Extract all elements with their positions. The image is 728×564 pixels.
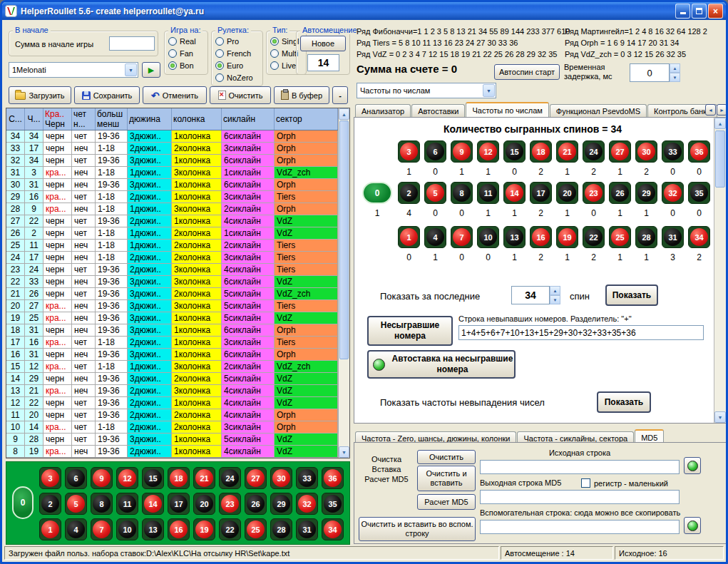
number-chip-30[interactable]: 30 bbox=[635, 140, 657, 163]
number-chip-14[interactable]: 14 bbox=[503, 182, 526, 204]
number-chip-18[interactable]: 18 bbox=[530, 140, 552, 163]
md5-clear-button[interactable]: Очистить bbox=[417, 450, 476, 464]
panel-scrollbar[interactable]: ▲ ▼ bbox=[714, 118, 726, 423]
copy-buffer-button[interactable]: В буфер bbox=[274, 86, 329, 104]
number-chip-33[interactable]: 33 bbox=[662, 140, 684, 163]
number-chip-3[interactable]: 3 bbox=[39, 467, 61, 489]
number-chip-35[interactable]: 35 bbox=[322, 493, 344, 515]
number-chip-33[interactable]: 33 bbox=[296, 467, 318, 489]
radio-fan[interactable]: Fan bbox=[168, 47, 206, 59]
number-chip-17[interactable]: 17 bbox=[168, 493, 190, 515]
table-row[interactable]: 1014кра...чет1-182дюжи..2колонка3сиклайн… bbox=[6, 421, 338, 434]
scroll-up-icon[interactable]: ▲ bbox=[339, 108, 349, 120]
scroll-down-icon[interactable]: ▼ bbox=[339, 446, 349, 458]
maximize-button[interactable] bbox=[692, 4, 707, 19]
scroll-thumb[interactable] bbox=[715, 130, 725, 188]
source-led-button[interactable] bbox=[684, 457, 701, 474]
md5-clear-paste-button[interactable]: Очистить и вставить bbox=[417, 466, 476, 491]
table-row[interactable]: 1925кра...неч19-363дюжи..1колонка5сиклай… bbox=[6, 312, 338, 324]
table-row[interactable]: 2027кра...неч19-363дюжи..3колонка5сиклай… bbox=[6, 300, 338, 312]
register-checkbox[interactable] bbox=[581, 478, 590, 488]
freq-missing-show-button[interactable]: Показать bbox=[597, 391, 651, 413]
number-chip-11[interactable]: 11 bbox=[477, 182, 499, 204]
tab-Частоты по числам[interactable]: Частоты по числам bbox=[466, 102, 548, 117]
number-chip-32[interactable]: 32 bbox=[662, 182, 684, 204]
number-chip-31[interactable]: 31 bbox=[662, 226, 684, 248]
radio-bon[interactable]: Bon bbox=[168, 59, 206, 71]
number-chip-10[interactable]: 10 bbox=[116, 518, 138, 540]
table-row[interactable]: 1716кра...чет1-182дюжи..1колонка3сиклайн… bbox=[6, 337, 338, 349]
number-chip-27[interactable]: 27 bbox=[609, 140, 631, 163]
number-chip-12[interactable]: 12 bbox=[116, 467, 138, 489]
number-chip-5[interactable]: 5 bbox=[424, 182, 446, 204]
number-chip-36[interactable]: 36 bbox=[688, 140, 710, 163]
table-row[interactable]: 1222чернчет19-362дюжи..1колонка4сиклайнV… bbox=[6, 397, 338, 409]
number-chip-0[interactable]: 0 bbox=[12, 486, 34, 519]
number-chip-35[interactable]: 35 bbox=[688, 182, 710, 204]
clear-button[interactable]: Очистить bbox=[210, 86, 271, 104]
table-row[interactable]: 3234чернчет19-363дюжи..1колонка6сиклайнO… bbox=[6, 155, 338, 167]
number-chip-17[interactable]: 17 bbox=[530, 182, 552, 204]
number-chip-22[interactable]: 22 bbox=[583, 226, 605, 248]
number-chip-31[interactable]: 31 bbox=[296, 518, 318, 540]
table-row[interactable]: 313кра...неч1-181дюжи..3колонка1сиклайнV… bbox=[6, 167, 338, 179]
number-chip-34[interactable]: 34 bbox=[688, 226, 710, 248]
scroll-thumb[interactable] bbox=[339, 121, 349, 359]
table-row[interactable]: 2916кра...чет1-182дюжи..1колонка3сиклайн… bbox=[6, 191, 338, 203]
number-chip-25[interactable]: 25 bbox=[609, 226, 631, 248]
table-row[interactable]: 1321кра...неч19-362дюжи..3колонка4сиклай… bbox=[6, 385, 338, 397]
number-chip-26[interactable]: 26 bbox=[245, 493, 267, 515]
autospin-button[interactable]: Автоспин старт bbox=[494, 64, 560, 80]
number-chip-10[interactable]: 10 bbox=[477, 226, 499, 248]
number-chip-16[interactable]: 16 bbox=[530, 226, 552, 248]
tab-Анализатор[interactable]: Анализатор bbox=[355, 104, 411, 117]
new-button[interactable]: Новое bbox=[300, 36, 346, 51]
number-chip-13[interactable]: 13 bbox=[503, 226, 526, 248]
number-chip-21[interactable]: 21 bbox=[193, 467, 215, 489]
number-chip-28[interactable]: 28 bbox=[635, 226, 657, 248]
table-row[interactable]: 2722чернчет19-362дюжи..1колонка4сиклайнV… bbox=[6, 215, 338, 227]
md5-clear-paste-aux-button[interactable]: Очистить и вставить во вспом. строку bbox=[359, 517, 476, 541]
table-row[interactable]: 819кра...неч19-362дюжи..1колонка4сиклайн… bbox=[6, 446, 338, 458]
spinner-down-icon[interactable]: ▼ bbox=[670, 73, 680, 82]
number-chip-1[interactable]: 1 bbox=[39, 518, 61, 540]
number-chip-5[interactable]: 5 bbox=[65, 493, 87, 515]
number-chip-1[interactable]: 1 bbox=[398, 226, 420, 248]
number-chip-24[interactable]: 24 bbox=[219, 467, 241, 489]
aux-string-input[interactable] bbox=[480, 520, 680, 534]
scroll-up-icon[interactable]: ▲ bbox=[714, 118, 726, 129]
number-chip-14[interactable]: 14 bbox=[142, 493, 164, 515]
chevron-down-icon[interactable]: ▼ bbox=[125, 63, 137, 76]
number-chip-19[interactable]: 19 bbox=[556, 226, 578, 248]
table-row[interactable]: 2417черннеч1-182дюжи..2колонка3сиклайнTi… bbox=[6, 252, 338, 264]
aux-led-button[interactable] bbox=[684, 517, 701, 534]
number-chip-12[interactable]: 12 bbox=[477, 140, 499, 163]
number-chip-11[interactable]: 11 bbox=[116, 493, 138, 515]
table-row[interactable]: 2233черннеч19-363дюжи..3колонка6сиклайнV… bbox=[6, 276, 338, 288]
number-chip-18[interactable]: 18 bbox=[168, 467, 190, 489]
radio-pro[interactable]: Pro bbox=[215, 35, 261, 47]
table-row[interactable]: 3317черннеч1-182дюжи..2колонка3сиклайнOr… bbox=[6, 143, 338, 155]
number-chip-4[interactable]: 4 bbox=[424, 226, 446, 248]
table-row[interactable]: 1831черннеч19-363дюжи..1колонка6сиклайнO… bbox=[6, 324, 338, 337]
table-row[interactable]: 1429черннеч19-363дюжи..2колонка5сиклайнV… bbox=[6, 373, 338, 385]
number-chip-29[interactable]: 29 bbox=[635, 182, 657, 204]
number-chip-7[interactable]: 7 bbox=[451, 226, 473, 248]
number-chip-4[interactable]: 4 bbox=[65, 518, 87, 540]
spinner-up-icon[interactable]: ▲ bbox=[550, 286, 560, 295]
table-row[interactable]: 1120чернчет19-362дюжи..2колонка4сиклайнO… bbox=[6, 409, 338, 421]
start-sum-input[interactable] bbox=[109, 36, 155, 51]
tab-Автоставки[interactable]: Автоставки bbox=[411, 104, 465, 117]
number-chip-24[interactable]: 24 bbox=[583, 140, 605, 163]
number-chip-7[interactable]: 7 bbox=[91, 518, 113, 540]
load-button[interactable]: Загрузить bbox=[9, 86, 71, 104]
source-string-input[interactable] bbox=[480, 460, 680, 474]
number-chip-23[interactable]: 23 bbox=[219, 493, 241, 515]
radio-euro[interactable]: Euro bbox=[215, 59, 261, 71]
output-string-input[interactable] bbox=[480, 490, 680, 504]
show-button[interactable]: Показать bbox=[605, 284, 658, 306]
missed-numbers-input[interactable] bbox=[458, 325, 704, 340]
number-chip-32[interactable]: 32 bbox=[296, 493, 318, 515]
number-chip-20[interactable]: 20 bbox=[193, 493, 215, 515]
minus-button[interactable]: - bbox=[332, 86, 348, 104]
